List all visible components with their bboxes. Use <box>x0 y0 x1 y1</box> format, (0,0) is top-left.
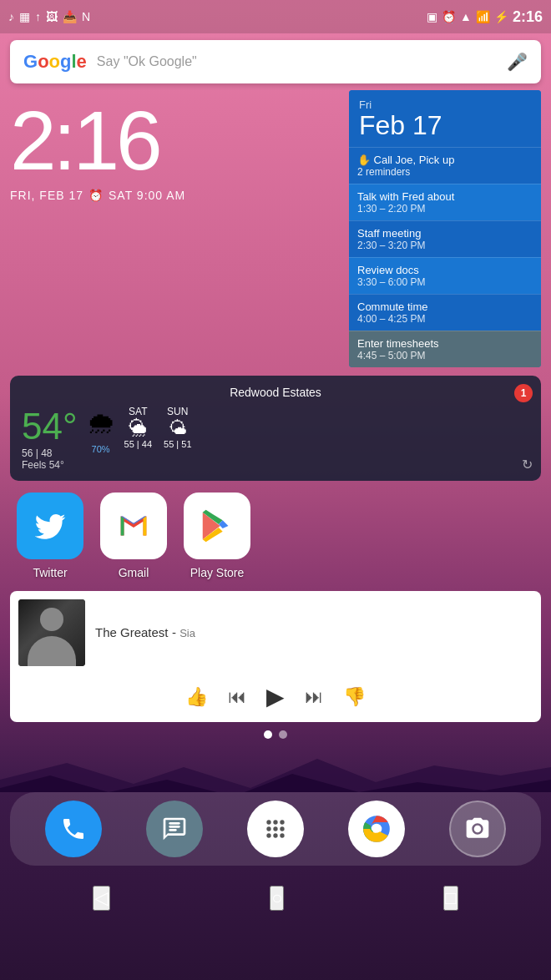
music-status-icon: ♪ <box>8 10 14 23</box>
calendar-event-5[interactable]: Enter timesheets 4:45 – 5:00 PM <box>349 331 541 367</box>
calendar-event-1-time: 1:30 – 2:20 PM <box>357 203 533 215</box>
svg-point-11 <box>280 834 284 838</box>
upload-status-icon: ↑ <box>35 10 41 23</box>
clock-date-text: FRI, FEB 17 <box>10 189 83 202</box>
calendar-event-2-time: 2:30 – 3:20 PM <box>357 240 533 251</box>
weather-day-sun-name: SUN <box>164 406 191 417</box>
music-thumbnail <box>18 599 85 666</box>
weather-day-sun: SUN 🌤 55 | 51 <box>164 406 191 449</box>
next-button[interactable]: ⏭ <box>305 686 323 708</box>
playstore-icon[interactable] <box>184 493 250 559</box>
dock-chrome[interactable] <box>348 801 405 857</box>
svg-point-10 <box>273 834 277 838</box>
calendar-header: Fri Feb 17 <box>349 90 541 147</box>
calendar-event-1[interactable]: Talk with Fred about 1:30 – 2:20 PM <box>349 184 541 220</box>
nav-bar: ◁ ○ □ <box>0 872 551 924</box>
calendar-event-1-title: Talk with Fred about <box>357 190 533 203</box>
dock-apps[interactable] <box>247 801 304 857</box>
google-search-bar[interactable]: Google Say "Ok Google" 🎤 <box>10 40 541 83</box>
calendar-event-2-title: Staff meeting <box>357 227 533 240</box>
thumbs-up-button[interactable]: 👍 <box>185 686 208 708</box>
dock-messages[interactable] <box>146 801 203 857</box>
home-button[interactable]: ○ <box>270 886 284 911</box>
svg-rect-2 <box>169 822 180 825</box>
weather-day-sat-icon: 🌦 <box>124 417 152 439</box>
music-main: The Greatest - Sia <box>10 591 541 674</box>
weather-low: 48 <box>41 447 52 459</box>
back-button[interactable]: ◁ <box>93 886 110 911</box>
recents-button[interactable]: □ <box>443 886 457 911</box>
gmail-icon[interactable] <box>100 493 167 559</box>
weather-rain-pct: 70% <box>92 444 110 454</box>
weather-temp-section: 54° 56 | 48 Feels 54° <box>22 406 78 471</box>
page-dot-1 <box>264 730 272 739</box>
weather-day-sun-temps: 55 | 51 <box>164 439 191 449</box>
svg-point-4 <box>273 821 277 825</box>
calendar-status-icon: ▦ <box>19 10 30 23</box>
app-icon-gmail[interactable]: Gmail <box>100 493 167 579</box>
weather-today-icon: 🌧 70% <box>86 406 116 454</box>
twitter-label: Twitter <box>33 566 67 579</box>
calendar-events: ✋ Call Joe, Pick up 2 reminders Talk wit… <box>349 147 541 367</box>
app-icon-twitter[interactable]: Twitter <box>17 493 83 579</box>
app-icons-row: Twitter Gmail Play Store <box>0 481 551 591</box>
status-right-icons: ▣ ⏰ ▲ 📶 ⚡ 2:16 <box>427 8 543 26</box>
twitter-icon[interactable] <box>17 493 83 559</box>
wifi-icon: ▲ <box>460 10 472 23</box>
page-indicators <box>0 722 551 747</box>
weather-location: Redwood Estates <box>22 386 529 399</box>
weather-day-sun-icon: 🌤 <box>164 417 191 439</box>
status-bar: ♪ ▦ ↑ 🖼 📥 N ▣ ⏰ ▲ 📶 ⚡ 2:16 <box>0 0 551 33</box>
main-area: 2:16 FRI, FEB 17 ⏰ SAT 9:00 AM Fri Feb 1… <box>0 90 551 367</box>
app-icon-playstore[interactable]: Play Store <box>184 493 250 579</box>
calendar-event-3[interactable]: Review docs 3:30 – 6:00 PM <box>349 257 541 294</box>
svg-rect-1 <box>169 829 177 831</box>
clock-time: 2:16 <box>10 99 341 182</box>
calendar-event-4-time: 4:00 – 4:25 PM <box>357 313 533 325</box>
calendar-date: Feb 17 <box>359 111 531 140</box>
play-button[interactable]: ▶ <box>266 683 285 710</box>
dock-phone[interactable] <box>45 801 102 857</box>
music-player[interactable]: The Greatest - Sia 👍 ⏮ ▶ ⏭ 👎 <box>10 591 541 722</box>
svg-point-7 <box>273 827 277 831</box>
weather-high: 56 <box>22 447 33 459</box>
gmail-label: Gmail <box>119 566 149 579</box>
playstore-label: Play Store <box>190 566 245 579</box>
music-song-title: The Greatest <box>95 625 169 639</box>
weather-refresh-button[interactable]: ↻ <box>522 457 533 472</box>
calendar-widget[interactable]: Fri Feb 17 ✋ Call Joe, Pick up 2 reminde… <box>349 90 541 367</box>
search-hint[interactable]: Say "Ok Google" <box>97 54 507 69</box>
calendar-event-5-time: 4:45 – 5:00 PM <box>357 350 533 361</box>
clock-alarm-time: SAT 9:00 AM <box>109 189 185 202</box>
inbox-status-icon: 📥 <box>63 10 77 23</box>
dock-camera[interactable] <box>449 801 506 857</box>
google-logo: Google <box>23 51 87 73</box>
calendar-event-0[interactable]: ✋ Call Joe, Pick up 2 reminders <box>349 147 541 184</box>
dock <box>10 792 541 866</box>
svg-point-3 <box>266 821 270 825</box>
status-time: 2:16 <box>513 8 543 26</box>
signal-icon: 📶 <box>476 10 490 23</box>
clock-date: FRI, FEB 17 ⏰ SAT 9:00 AM <box>10 189 341 202</box>
status-left-icons: ♪ ▦ ↑ 🖼 📥 N <box>8 10 90 23</box>
calendar-event-2[interactable]: Staff meeting 2:30 – 3:20 PM <box>349 220 541 257</box>
weather-day-sat: SAT 🌦 55 | 44 <box>124 406 152 449</box>
n-status-icon: N <box>82 10 90 23</box>
thumbs-down-button[interactable]: 👎 <box>343 686 366 708</box>
calendar-event-0-subtitle: 2 reminders <box>357 166 533 178</box>
svg-point-6 <box>266 827 270 831</box>
calendar-event-0-title: ✋ Call Joe, Pick up <box>357 154 533 166</box>
weather-high-low: 56 | 48 <box>22 447 78 459</box>
svg-rect-0 <box>169 826 180 828</box>
svg-point-8 <box>280 827 284 831</box>
music-controls: 👍 ⏮ ▶ ⏭ 👎 <box>10 674 541 722</box>
calendar-event-4-title: Commute time <box>357 301 533 313</box>
vibrate-icon: ▣ <box>427 10 437 23</box>
music-album-art <box>18 599 85 666</box>
calendar-event-4[interactable]: Commute time 4:00 – 4:25 PM <box>349 294 541 331</box>
image-status-icon: 🖼 <box>46 10 58 23</box>
prev-button[interactable]: ⏮ <box>228 686 246 708</box>
mic-icon[interactable]: 🎤 <box>507 52 528 72</box>
weather-widget[interactable]: Redwood Estates 1 54° 56 | 48 Feels 54° … <box>10 376 541 481</box>
weather-days: SAT 🌦 55 | 44 SUN 🌤 55 | 51 <box>124 406 192 449</box>
